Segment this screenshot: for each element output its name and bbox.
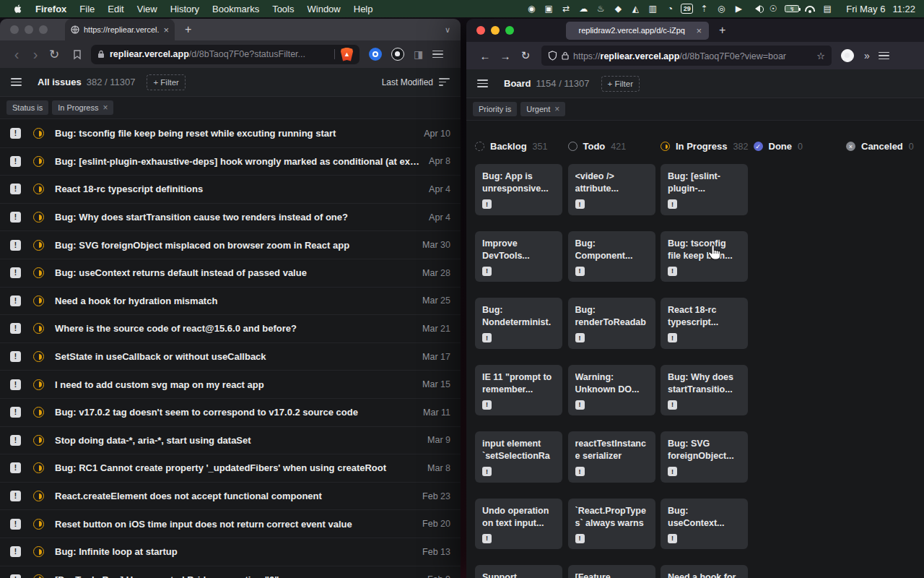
forward-button[interactable]: → [495, 50, 515, 62]
menu-edit[interactable]: Edit [101, 4, 130, 14]
issue-card[interactable]: Bug: Component...! [568, 231, 655, 282]
power-menu-icon[interactable]: ◎ [712, 4, 730, 14]
github-extension-icon[interactable] [841, 49, 854, 62]
right-url-bar[interactable]: https://repliear.vercel.app/d/8bTaoq7F0e… [541, 46, 832, 66]
menu-view[interactable]: View [131, 4, 164, 14]
issue-row[interactable]: ![DevTools Bug] Unsupported Bridge opera… [0, 566, 461, 578]
minimize-window-button[interactable] [491, 26, 500, 35]
play-icon[interactable]: ▶ [730, 4, 747, 14]
menu-firefox[interactable]: Firefox [29, 4, 73, 14]
issue-row[interactable]: !Need a hook for hydration mismatchMar 2… [0, 288, 461, 316]
brave-shield-icon[interactable]: ▲ [341, 48, 353, 61]
browser-menu-icon[interactable] [879, 52, 889, 60]
onepassword-extension-icon[interactable] [369, 48, 382, 61]
obsidian-icon[interactable]: ◭ [627, 4, 644, 14]
extensions-puzzle-icon[interactable]: ◨ [414, 48, 423, 60]
filter-chip-status-is[interactable]: Status is [6, 100, 48, 115]
issue-row[interactable]: !Bug: [eslint-plugin-exhaustive-deps] ho… [0, 148, 461, 176]
menu-bookmarks[interactable]: Bookmarks [206, 4, 266, 14]
issue-card[interactable]: Bug: tsconfig file keep bein...! [661, 231, 748, 282]
camera-icon[interactable]: ▣ [540, 4, 557, 14]
issue-card[interactable]: Bug: [eslint-plugin-...! [661, 164, 748, 215]
issue-row[interactable]: !Bug: tsconfig file keep being reset whi… [0, 120, 461, 148]
add-filter-button[interactable]: + Filter [147, 74, 185, 90]
github-extension-icon[interactable] [391, 48, 404, 61]
menu-history[interactable]: History [164, 4, 206, 14]
volume-icon[interactable] [751, 5, 760, 12]
issue-row[interactable]: !Stop doing data-*, aria-*, start using … [0, 427, 461, 455]
issue-row[interactable]: !Bug: RC1 Cannot create property '_updat… [0, 454, 461, 483]
dropbox-icon[interactable]: ◆ [609, 4, 627, 14]
issue-card[interactable]: Bug: Nondeterminist.! [475, 298, 562, 349]
app-sidebar-toggle-icon[interactable] [11, 78, 22, 86]
issue-row[interactable]: !React.createElement does not accept fun… [0, 483, 461, 511]
tab-list-chevron-icon[interactable]: ∨ [445, 25, 450, 35]
issue-row[interactable]: !I need to add custom svg map on my reac… [0, 371, 461, 399]
siri-icon[interactable]: ☉ [764, 4, 782, 14]
left-url-bar[interactable]: repliear.vercel.app /d/8bTaoq7F0e?status… [91, 45, 359, 64]
battery-icon[interactable]: ↯ [785, 5, 799, 12]
issue-card[interactable]: <video /> attribute...! [568, 164, 655, 215]
remove-filter-icon[interactable]: × [103, 103, 108, 113]
wifi-icon[interactable] [805, 6, 815, 12]
cloud-icon[interactable]: ☁ [575, 4, 592, 14]
new-tab-button[interactable]: + [185, 23, 191, 36]
timer-icon[interactable]: ◔ [661, 4, 679, 14]
issue-card[interactable]: React 18-rc typescript...! [661, 298, 748, 349]
issue-card[interactable]: Undo operation on text input...! [475, 499, 562, 550]
menu-help[interactable]: Help [347, 4, 380, 14]
issue-card[interactable]: Bug: SVG foreignObject...! [661, 431, 748, 483]
remove-filter-icon[interactable]: × [554, 104, 559, 114]
sort-order-label[interactable]: Last Modified [382, 77, 433, 87]
reload-button[interactable]: ↻ [515, 49, 536, 62]
bookmark-icon[interactable] [72, 49, 82, 60]
zoom-window-button[interactable] [39, 25, 48, 34]
issue-row[interactable]: !SetState in useCallback or without useC… [0, 343, 461, 371]
issue-card[interactable]: Bug: renderToReadab! [568, 298, 655, 349]
add-filter-button[interactable]: + Filter [601, 76, 640, 92]
issue-card[interactable]: Improve DevTools...! [475, 231, 562, 282]
menu-tools[interactable]: Tools [266, 4, 300, 14]
window-manager-icon[interactable]: ▥ [644, 4, 661, 14]
issue-row[interactable]: !Bug: useContext returns default instead… [0, 259, 461, 288]
close-window-button[interactable] [476, 26, 485, 35]
overflow-menu-icon[interactable]: » [864, 50, 869, 61]
issue-row[interactable]: !Reset button on iOS time input does not… [0, 510, 461, 538]
issue-card[interactable]: Need a hook for hydration...! [661, 565, 748, 578]
minimize-window-button[interactable] [25, 25, 33, 34]
airdrop-icon[interactable]: ⇡ [695, 4, 712, 14]
issue-card[interactable]: Support asynchronous...! [475, 565, 562, 578]
tracking-shield-icon[interactable] [548, 51, 557, 61]
calendar-icon[interactable]: 29 [681, 4, 693, 14]
back-button[interactable]: ‹ [7, 46, 26, 63]
zoom-window-button[interactable] [505, 26, 514, 35]
menu-window[interactable]: Window [301, 4, 347, 14]
back-button[interactable]: ← [475, 50, 495, 62]
filter-chip-priority-is[interactable]: Priority is [473, 102, 517, 116]
app-sidebar-toggle-icon[interactable] [477, 79, 488, 87]
docker-icon[interactable]: ♨ [592, 4, 609, 14]
right-traffic-lights[interactable] [466, 26, 524, 35]
issue-card[interactable]: reactTestInstance serializer! [568, 431, 655, 483]
issue-card[interactable]: Warning: Unknown DO...! [568, 365, 655, 416]
issue-row[interactable]: !Bug: Infinite loop at startupFeb 13 [0, 538, 461, 566]
filter-chip-urgent[interactable]: Urgent× [520, 102, 565, 116]
forward-button[interactable]: › [26, 46, 45, 63]
switch-control-icon[interactable]: ▤ [819, 4, 836, 14]
issue-row[interactable]: !Where is the source code of react@15.6.… [0, 315, 461, 343]
left-browser-tab[interactable]: https://repliear.vercel.app/d/8b × [65, 19, 175, 40]
issue-row[interactable]: !Bug: SVG foreignObject misplaced on bro… [0, 231, 461, 259]
tab-close-icon[interactable]: × [163, 25, 169, 35]
bookmark-star-icon[interactable]: ☆ [816, 51, 825, 61]
issue-row[interactable]: !React 18-rc typescript definitionsApr 4 [0, 176, 461, 204]
browser-menu-icon[interactable] [432, 51, 443, 59]
issue-row[interactable]: !Bug: v17.0.2 tag doesn't seem to corres… [0, 399, 461, 427]
issue-card[interactable]: [Feature request] expo...! [568, 565, 655, 578]
right-browser-tab[interactable]: replidraw2.vercel.app/d/c-iZpq × [566, 22, 709, 40]
issue-card[interactable]: input element `setSelectionRa! [475, 431, 562, 483]
sort-icon[interactable] [439, 78, 450, 85]
screen-record-icon[interactable]: ◉ [523, 4, 540, 14]
left-traffic-lights[interactable] [0, 25, 58, 34]
apple-logo-icon[interactable] [13, 4, 23, 14]
reload-button[interactable]: ↻ [45, 47, 64, 62]
